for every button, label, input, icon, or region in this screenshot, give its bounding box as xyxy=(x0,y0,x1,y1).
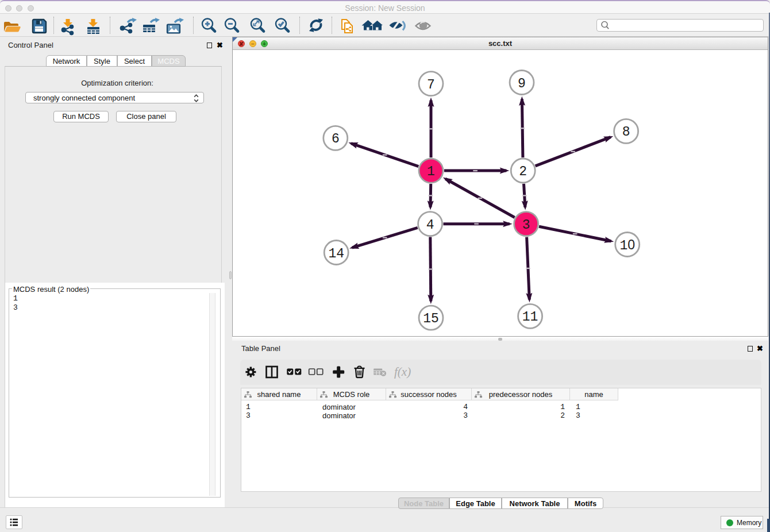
svg-text:7: 7 xyxy=(427,78,435,92)
svg-text:2: 2 xyxy=(519,164,527,179)
svg-text:6: 6 xyxy=(332,132,340,147)
svg-text:f(x): f(x) xyxy=(394,365,411,379)
svg-text:9: 9 xyxy=(518,76,526,91)
svg-text:15: 15 xyxy=(423,311,439,326)
svg-text:4: 4 xyxy=(426,218,434,233)
svg-text:14: 14 xyxy=(328,246,344,261)
svg-text:11: 11 xyxy=(522,310,538,325)
svg-text:3: 3 xyxy=(522,218,530,233)
svg-text:8: 8 xyxy=(622,125,630,140)
svg-text:1: 1 xyxy=(427,164,435,179)
svg-text:10: 10 xyxy=(619,237,635,253)
